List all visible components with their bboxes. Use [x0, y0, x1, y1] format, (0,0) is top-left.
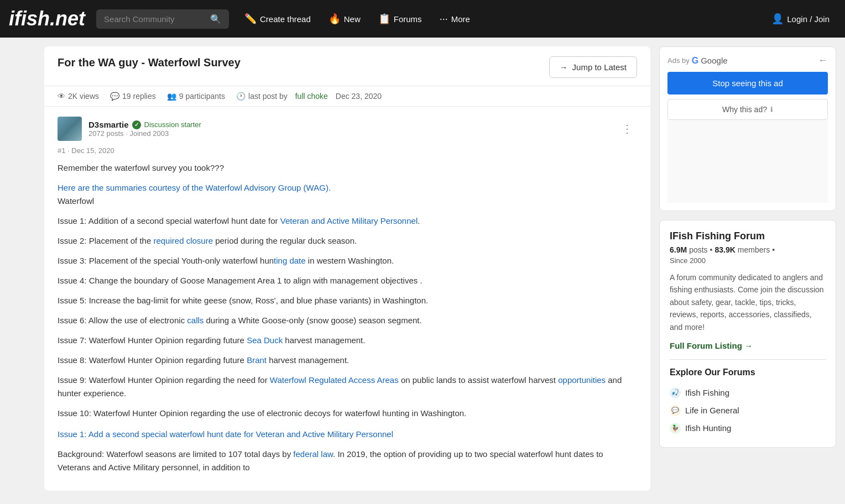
logo-suffix: .net	[50, 7, 85, 30]
more-label: More	[451, 14, 470, 24]
since-text: Since 2000	[670, 256, 826, 265]
stop-ad-button[interactable]: Stop seeing this ad	[667, 72, 828, 95]
last-post-meta: 🕐 last post by full choke Dec 23, 2020	[236, 92, 382, 101]
fishing-icon: 🎣	[670, 387, 681, 398]
paragraph-1: Remember the waterfowl survey you took??…	[58, 161, 637, 175]
forum-info: IFish Fishing Forum 6.9M posts • 83.9K m…	[659, 220, 836, 448]
ad-back-button[interactable]: ←	[818, 55, 828, 66]
more-icon: ···	[440, 13, 448, 25]
issue-8-link[interactable]: Brant	[247, 355, 267, 365]
issue-7: Issue 7: Waterfowl Hunter Opinion regard…	[58, 334, 637, 347]
create-thread-label: Create thread	[260, 14, 311, 24]
thread-header: For the WA guy - Waterfowl Survey → Jump…	[44, 46, 650, 86]
issue-6: Issue 6: Allow the use of electronic cal…	[58, 314, 637, 327]
author-role: Discussion starter	[144, 120, 201, 129]
search-icon: 🔍	[210, 14, 221, 24]
arrow-right-icon: →	[560, 62, 568, 72]
new-icon: 🔥	[328, 13, 341, 25]
issue-9-link-2[interactable]: opportunities	[558, 375, 606, 385]
google-g-icon: G	[692, 56, 698, 66]
create-thread-icon: ✏️	[244, 13, 257, 25]
ads-by-text: Ads by	[667, 56, 690, 65]
forums-icon: 📋	[378, 13, 390, 25]
header: ifish.net 🔍 ✏️ Create thread 🔥 New 📋 For…	[0, 0, 845, 38]
issue-1-link[interactable]: Veteran and Active Military Personnel	[280, 216, 418, 225]
forum-link-hunting[interactable]: 🦆 Ifish Hunting	[670, 419, 826, 437]
new-button[interactable]: 🔥 New	[322, 8, 367, 29]
issue-9-link[interactable]: Waterfowl Regulated Access Areas	[270, 375, 399, 385]
info-icon: ℹ	[770, 106, 773, 113]
ad-header: Ads by GGoogle ←	[667, 55, 828, 66]
thread-meta: 👁 2K views 💬 19 replies 👥 9 participants…	[44, 86, 650, 107]
post-number: #1 · Dec 15, 2020	[58, 146, 637, 155]
posts-label: posts	[689, 245, 707, 254]
forums-button[interactable]: 📋 Forums	[372, 8, 429, 29]
last-post-author-link[interactable]: full choke	[295, 92, 328, 101]
post-content: Remember the waterfowl survey you took??…	[58, 161, 637, 474]
verified-icon: ✓	[132, 120, 141, 129]
paragraph-2: Here are the summaries courtesy of the W…	[58, 181, 637, 208]
post-menu-button[interactable]: ⋮	[617, 120, 637, 138]
issue-8: Issue 8: Waterfowl Hunter Opinion regard…	[58, 354, 637, 367]
author-meta: 2072 posts · Joined 2003	[88, 129, 611, 138]
logo-text: ifish	[9, 7, 50, 30]
federal-law-link[interactable]: federal law	[293, 449, 333, 459]
life-label: Life in General	[685, 406, 739, 415]
sidebar: Ads by GGoogle ← Stop seeing this ad Why…	[659, 46, 836, 448]
join-date: Joined 2003	[129, 129, 169, 138]
last-post-prefix: last post by	[248, 92, 288, 101]
login-button[interactable]: 👤 Login / Join	[765, 8, 836, 29]
jump-latest-button[interactable]: → Jump to Latest	[549, 56, 637, 78]
posts-count: 6.9M	[670, 245, 687, 254]
search-input[interactable]	[104, 14, 206, 24]
search-bar[interactable]: 🔍	[96, 9, 229, 29]
post-number-label: #1	[58, 146, 65, 155]
issue-7-link[interactable]: Sea Duck	[247, 335, 283, 345]
hunting-icon: 🦆	[670, 423, 681, 434]
eye-icon: 👁	[58, 92, 65, 101]
author-info: D3smartie ✓ Discussion starter 2072 post…	[88, 120, 611, 138]
create-thread-button[interactable]: ✏️ Create thread	[238, 8, 317, 29]
people-icon: 👥	[167, 92, 176, 101]
explore-title: Explore Our Forums	[670, 368, 826, 377]
participants-count: 9 participants	[179, 92, 225, 101]
issue-2-link[interactable]: required closure	[153, 236, 213, 245]
hunting-label: Ifish Hunting	[685, 423, 731, 433]
forums-label: Forums	[394, 14, 422, 24]
divider	[670, 359, 826, 360]
background-text: Background: Waterfowl seasons are limite…	[58, 448, 637, 474]
ad-box: Ads by GGoogle ← Stop seeing this ad Why…	[659, 46, 836, 211]
ads-by-label: Ads by GGoogle	[667, 56, 728, 66]
issue-10: Issue 10: Waterfowl Hunter Opinion regar…	[58, 407, 637, 420]
site-logo[interactable]: ifish.net	[9, 7, 85, 30]
post-date: Dec 15, 2020	[71, 146, 114, 155]
issue-3-link[interactable]: ting date	[274, 256, 306, 265]
life-icon: 💬	[670, 405, 681, 416]
last-post-date: Dec 23, 2020	[336, 92, 382, 101]
post: D3smartie ✓ Discussion starter 2072 post…	[44, 107, 650, 491]
full-forum-listing-link[interactable]: Full Forum Listing →	[670, 341, 826, 350]
issue-2: Issue 2: Placement of the required closu…	[58, 234, 637, 248]
new-label: New	[344, 14, 361, 24]
ad-content-area	[667, 120, 828, 203]
issue-1: Issue 1: Addition of a second special wa…	[58, 214, 637, 228]
issue-3: Issue 3: Placement of the special Youth-…	[58, 254, 637, 267]
fishing-label: Ifish Fishing	[685, 388, 729, 397]
forum-link-life[interactable]: 💬 Life in General	[670, 402, 826, 419]
forum-name: IFish Fishing Forum	[670, 230, 826, 242]
participants-meta: 👥 9 participants	[167, 92, 225, 101]
jump-latest-label: Jump to Latest	[572, 62, 627, 72]
issue-6-link[interactable]: calls	[187, 316, 204, 325]
why-ad-button[interactable]: Why this ad? ℹ	[667, 99, 828, 120]
wag-link[interactable]: Here are the summaries courtesy of the W…	[58, 183, 331, 192]
replies-meta: 💬 19 replies	[110, 92, 156, 101]
issue-9: Issue 9: Waterfowl Hunter Opinion regard…	[58, 374, 637, 400]
forum-link-fishing[interactable]: 🎣 Ifish Fishing	[670, 384, 826, 402]
post-count: 2072 posts	[88, 129, 124, 138]
members-count: 83.9K	[715, 245, 736, 254]
google-text: Google	[701, 56, 727, 65]
issue-list: Issue 1: Addition of a second special wa…	[58, 214, 637, 420]
views-count: 2K views	[68, 92, 99, 101]
more-button[interactable]: ··· More	[433, 9, 477, 29]
why-ad-label: Why this ad?	[722, 105, 767, 114]
